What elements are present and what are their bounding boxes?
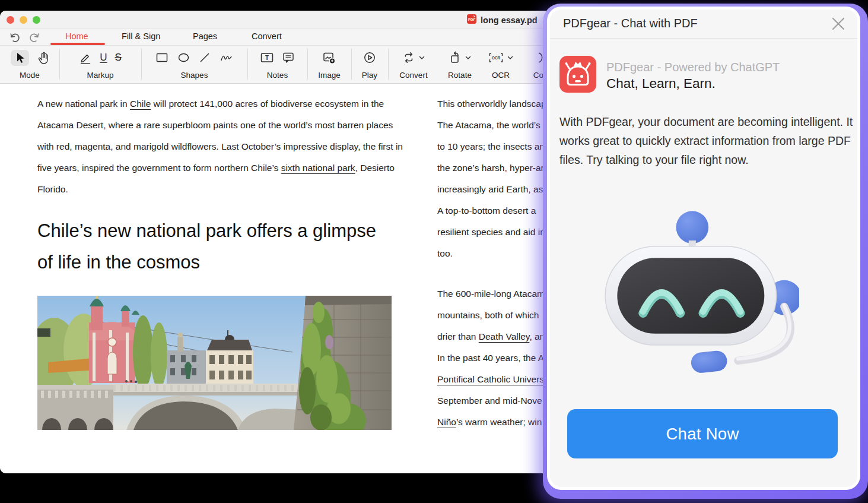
document-photo (37, 296, 392, 430)
paragraph-line: In the past 40 years, the A (437, 353, 544, 363)
rotate-icon (449, 51, 462, 64)
redo-button[interactable] (27, 30, 42, 45)
paragraph-line: Atacama Desert, where a rare superbloom … (37, 120, 393, 130)
paragraph-line: too. (437, 248, 453, 258)
toolbar-group-notes: T Notes (247, 46, 307, 83)
chat-now-button[interactable]: Chat Now (567, 409, 838, 458)
paragraph-line: Florido. (37, 184, 68, 194)
toolbar-group-markup: U S Markup (59, 46, 141, 83)
dialog-title: PDFgear - Chat with PDF (563, 17, 698, 30)
robot-antenna-ball (676, 211, 709, 243)
toolbar-group-rotate: Rotate (439, 46, 481, 83)
toolbar-group-image: Image (307, 46, 351, 83)
paragraph-line: This otherworldly landscap (437, 99, 546, 109)
tagline: Chat, Learn, Earn. (606, 76, 716, 91)
link-pontifical-catholic-university[interactable]: Pontifical Catholic Univers (437, 374, 544, 384)
chat-with-pdf-dialog: PDFgear - Chat with PDF PDFgear - Powere… (543, 4, 868, 499)
paragraph-line: A top-to-bottom desert a (437, 205, 536, 216)
link-nino[interactable]: Niño (437, 417, 456, 427)
robot-screen (617, 258, 764, 334)
window-title-text: long essay.pd (481, 15, 538, 25)
text-box-tool[interactable]: T (260, 52, 274, 63)
ocr-icon: OCR (488, 52, 504, 63)
chevron-down-icon[interactable] (507, 56, 513, 60)
dialog-description: With PDFgear, your document are becoming… (559, 112, 855, 169)
undo-button[interactable] (7, 30, 23, 45)
paragraph-line: Niño’s warm weather; win (437, 417, 542, 427)
close-dialog-button[interactable] (829, 15, 848, 34)
rectangle-icon (156, 53, 168, 62)
group-label-convert: Convert (399, 71, 427, 79)
group-label-ocr: OCR (492, 71, 510, 79)
pdfgear-logo (559, 56, 596, 93)
powered-by-label: PDFgear - Powered by ChatGPT (606, 61, 780, 74)
close-window-button[interactable] (7, 16, 14, 24)
text-box-icon: T (260, 52, 274, 63)
tab-pages[interactable]: Pages (193, 31, 217, 41)
chatbot-illustration (601, 205, 799, 380)
underline-tool[interactable]: U (100, 52, 107, 64)
group-label-play: Play (362, 71, 377, 79)
cursor-icon (14, 52, 26, 64)
tab-home[interactable]: Home (65, 31, 88, 41)
tab-fill-sign[interactable]: Fill & Sign (122, 31, 160, 41)
ellipse-icon (178, 53, 189, 62)
convert-arrows-icon (402, 51, 415, 64)
toolbar-group-convert: Convert (388, 46, 439, 83)
minimize-window-button[interactable] (20, 16, 27, 24)
svg-text:OCR: OCR (492, 56, 501, 60)
link-death-valley[interactable]: Death Valley (479, 331, 530, 341)
pdf-file-icon: PDF (466, 14, 477, 26)
active-tab-indicator (50, 43, 105, 45)
select-cursor-tool[interactable] (11, 50, 29, 66)
paragraph-line: drier than Death Valley, an (437, 331, 545, 341)
tab-convert[interactable]: Convert (252, 31, 282, 41)
insert-image-tool[interactable] (323, 52, 336, 64)
paragraph-line: Pontifical Catholic Univers (437, 374, 544, 384)
link-sixth-national-park[interactable]: sixth national park (281, 163, 355, 173)
group-label-mode: Mode (20, 71, 40, 79)
fullscreen-window-button[interactable] (33, 16, 40, 24)
line-icon (199, 52, 210, 63)
play-icon (363, 51, 376, 64)
group-label-markup: Markup (87, 71, 113, 79)
group-label-image: Image (318, 71, 341, 79)
toolbar-group-mode: Mode (0, 46, 59, 83)
article-heading-line2: of life in the cosmos (37, 252, 200, 273)
link-chile[interactable]: Chile (130, 99, 151, 109)
ellipse-shape-tool[interactable] (178, 53, 189, 62)
rotate-page-tool[interactable] (449, 51, 462, 64)
line-shape-tool[interactable] (199, 52, 210, 63)
group-label-rotate: Rotate (448, 71, 472, 79)
rectangle-shape-tool[interactable] (156, 53, 168, 62)
paragraph-line: The 600-mile-long Atacam (437, 289, 545, 299)
scribble-icon (220, 53, 233, 62)
paragraph-line: to 10 years; the insects an (437, 141, 545, 151)
group-label-notes: Notes (267, 71, 288, 79)
hand-pan-tool[interactable] (37, 51, 49, 64)
comment-icon (282, 52, 294, 64)
toolbar-group-play: Play (351, 46, 388, 83)
toolbar-group-ocr: OCR OCR (481, 46, 521, 83)
article-heading-line1: Chile’s new national park offers a glimp… (37, 220, 376, 242)
ocr-tool[interactable]: OCR (488, 52, 504, 63)
chevron-down-icon[interactable] (465, 56, 471, 60)
svg-text:PDF: PDF (468, 17, 476, 21)
comment-note-tool[interactable] (282, 52, 294, 64)
convert-file-tool[interactable] (402, 51, 415, 64)
strikethrough-tool[interactable]: S (115, 52, 121, 64)
paragraph-line: resilient species and aid in (437, 227, 545, 237)
paragraph-line: five years, inspired the government to f… (37, 163, 395, 173)
chevron-down-icon[interactable] (419, 56, 425, 60)
close-icon (829, 15, 847, 33)
toolbar-group-shapes: Shapes (141, 46, 247, 83)
freehand-signature-tool[interactable] (220, 53, 233, 62)
paragraph-line: with red, magenta, and marigold wildflow… (37, 141, 403, 151)
play-presentation-tool[interactable] (363, 51, 376, 64)
paragraph-line: the zone’s harsh, hyper-ar (437, 163, 544, 173)
highlight-pen-tool[interactable] (79, 51, 92, 65)
paragraph-line: A new national park in Chile will protec… (37, 99, 384, 109)
dialog-header: PDFgear - Chat with PDF (550, 10, 857, 39)
pencil-icon (79, 51, 92, 65)
group-label-shapes: Shapes (181, 71, 208, 79)
